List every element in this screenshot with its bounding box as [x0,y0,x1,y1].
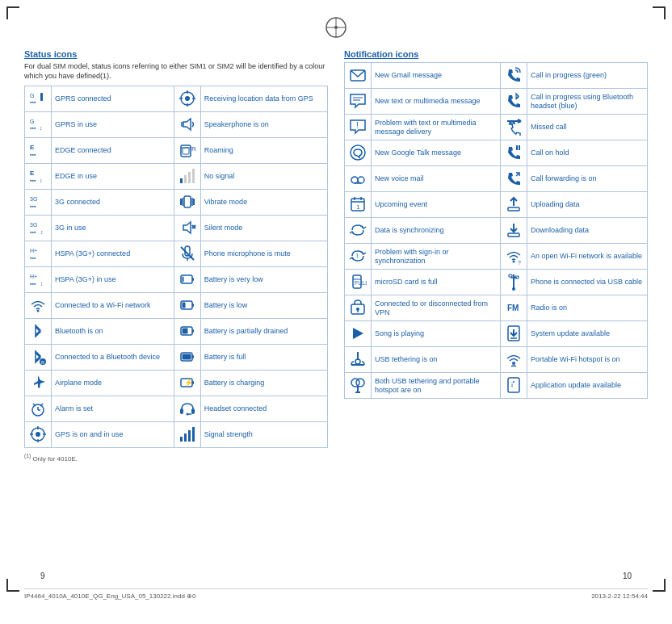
text-mms-icon [348,91,368,111]
missed-call-icon [504,117,523,136]
uploading-label: Uploading data [527,192,647,218]
svg-rect-85 [184,433,187,442]
table-row: Alarm is set [25,396,328,422]
call-on-hold-label: Call on hold [527,140,647,166]
svg-rect-27 [184,175,187,183]
icon-cell [174,190,200,216]
table-row: Connected to a Wi-Fi network Battery is … [25,293,328,319]
svg-text:3G: 3G [30,222,37,228]
signal-strength-label: Signal strength [200,422,327,448]
svg-rect-32 [184,196,191,207]
gmail-label: New Gmail message [372,63,501,89]
call-progress-bluetooth-icon [504,91,523,111]
call-forwarding-icon [504,169,523,188]
edge-connected-icon: E ▪▪▪ [28,140,48,160]
svg-rect-53 [182,277,183,283]
battery-very-low-label: Battery is very low [200,267,327,293]
notification-title: Notification icons [344,49,648,59]
gprs-use-label: GPRS in use [52,112,174,138]
footer-right: 2013-2-22 12:54:44 [591,593,648,600]
table-row: FULL microSD card is full [345,270,648,295]
icon-cell: ! [345,244,372,270]
silent-label: Silent mode [200,216,327,241]
call-progress-green-label: Call in progress (green) [527,63,647,89]
hspa-connected-label: HSPA (3G+) connected [52,241,174,267]
svg-rect-87 [192,427,195,442]
wifi-icon [28,295,48,315]
vibrate-label: Vibrate mode [200,190,327,216]
svg-rect-20 [183,148,189,154]
radio-label: Radio is on [527,295,647,321]
svg-rect-103 [508,207,519,211]
svg-text:▪▪▪: ▪▪▪ [30,203,36,209]
usb-hotspot-both-label: Both USB tethering and portable hotspot … [372,373,501,399]
table-row: New Gmail message Call in progress (gree… [345,63,648,89]
corner-decoration-tr [653,6,666,19]
hspa-connected-icon: H+ ▪▪▪ [28,244,48,263]
svg-text:R: R [191,145,196,153]
icon-cell [174,293,200,319]
svg-rect-26 [180,178,183,183]
icon-cell [174,422,200,448]
uploading-icon [504,195,523,214]
battery-charging-label: Battery is charging [200,371,327,396]
bluetooth-device-icon: B [28,347,48,366]
bluetooth-on-icon [28,321,48,341]
battery-low-icon [178,295,197,315]
corner-decoration-br [653,579,666,592]
svg-marker-40 [183,222,191,233]
gps-active-label: GPS is on and in use [52,422,174,448]
corner-decoration-tl [6,6,19,19]
svg-rect-74 [180,408,183,414]
svg-point-117 [512,287,515,291]
svg-text:▪▪▪: ▪▪▪ [30,152,36,157]
battery-partial-icon [178,321,197,341]
radio-icon: FM [504,298,523,317]
gtalk-label: New Google Talk message [372,140,501,166]
no-signal-label: No signal [200,164,327,190]
svg-text:↕: ↕ [40,125,43,131]
notification-icon-table: New Gmail message Call in progress (gree… [344,62,648,399]
table-row: E ▪▪▪ EDGE connected [25,138,328,164]
svg-text:↕: ↕ [40,178,43,183]
table-row: New text or multimedia message Call in p… [345,89,648,115]
svg-text:i: i [511,381,513,389]
battery-low-label: Battery is low [200,293,327,319]
open-wifi-icon: ? [504,246,523,266]
location-gps-icon [178,89,197,108]
microsd-full-label: microSD card is full [372,270,501,295]
battery-full-label: Battery is full [200,345,327,371]
signal-strength-icon [178,425,197,444]
icon-cell: H+ ▪▪▪ [25,241,52,267]
vpn-icon [348,298,368,317]
svg-text:G: G [30,93,34,98]
status-icon-table: G ▪▪▪ GPRS connected [24,86,328,448]
icon-cell [500,140,527,166]
microsd-full-icon: FULL [348,272,368,291]
gtalk-icon [348,143,368,162]
table-row: B Connected to a Bluetooth device [25,345,328,371]
3g-connected-icon: 3G ▪▪▪ [28,192,48,211]
svg-text:↕: ↕ [40,229,44,235]
footnote-marker: (1) [24,453,31,459]
svg-text:▪▪▪: ▪▪▪ [30,255,36,261]
svg-point-96 [358,177,364,183]
svg-text:!: ! [356,121,359,130]
table-row: E ▪▪▪ ↕ EDGE in use [25,164,328,190]
icon-cell [345,166,372,192]
svg-rect-65 [182,354,191,360]
speakerphone-icon [178,115,197,134]
location-gps-label: Receiving location data from GPS [200,86,327,112]
icon-cell [174,216,200,241]
icon-cell [174,267,200,293]
page-left: 9 [40,572,45,580]
icon-cell [174,241,200,267]
table-row: New Google Talk message Call on hold [345,140,648,166]
svg-point-119 [356,308,359,311]
system-update-icon [504,324,523,343]
downloading-label: Downloading data [527,218,647,244]
svg-text:H+: H+ [30,248,37,253]
svg-rect-29 [192,169,195,183]
svg-text:FULL: FULL [355,280,367,286]
icon-cell: ! [345,115,372,140]
